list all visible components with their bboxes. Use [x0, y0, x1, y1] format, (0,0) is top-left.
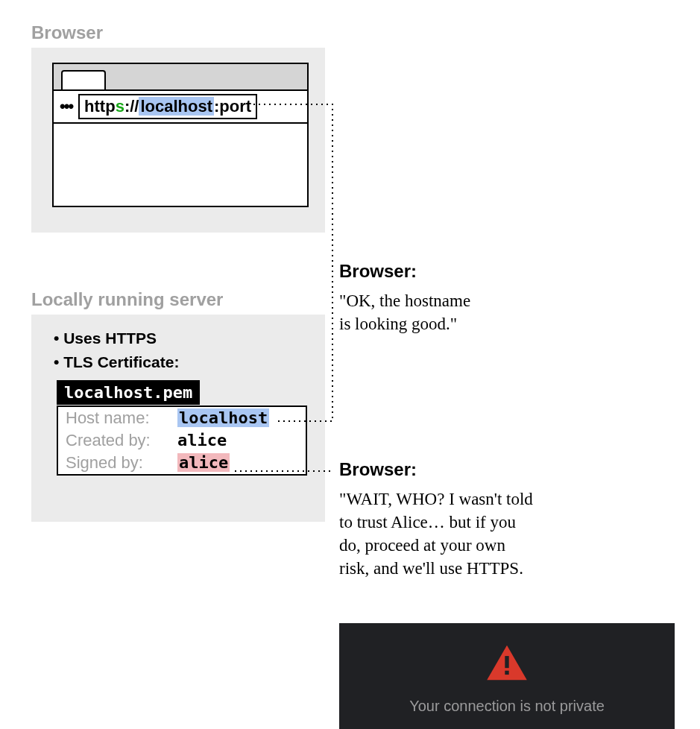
browser-viewport	[54, 124, 307, 206]
cert-label-host: Host name:	[66, 408, 177, 428]
cert-label-created: Created by:	[66, 431, 177, 450]
browser-section-label: Browser	[31, 22, 103, 43]
connection-warning-card: Your connection is not private	[339, 623, 675, 729]
browser-tab	[61, 70, 106, 89]
speech2-heading: Browser:	[339, 459, 417, 480]
cert-value-created: alice	[177, 431, 227, 449]
url-port: :port	[214, 97, 251, 116]
url-scheme-http: http	[84, 97, 116, 116]
browser-menu-dots: •••	[60, 97, 72, 116]
url-scheme-s: s	[116, 97, 124, 116]
browser-window: ••• https://localhost:port	[52, 63, 309, 207]
cert-value-host: localhost	[177, 408, 269, 427]
pem-file-tag: localhost.pem	[57, 380, 200, 405]
cert-row-created: Created by: alice	[58, 429, 306, 452]
speech2-body: "WAIT, WHO? I wasn't told to trust Alice…	[339, 487, 645, 580]
svg-rect-1	[505, 656, 508, 668]
cert-value-signed: alice	[177, 453, 230, 472]
url-box: https://localhost:port	[78, 94, 257, 119]
warning-triangle-icon	[485, 644, 529, 681]
cert-row-signed: Signed by: alice	[58, 452, 306, 474]
diagram-canvas: Browser ••• https://localhost:port Local…	[0, 0, 700, 729]
cert-label-signed: Signed by:	[66, 453, 177, 473]
server-bullet-1: Uses HTTPS	[54, 326, 179, 350]
server-bullets: Uses HTTPS TLS Certificate:	[54, 326, 179, 373]
url-separator: ://	[124, 97, 139, 116]
cert-row-host: Host name: localhost	[58, 407, 306, 429]
speech1-heading: Browser:	[339, 261, 417, 282]
server-section-label: Locally running server	[31, 289, 223, 310]
url-host: localhost	[139, 97, 214, 116]
svg-rect-2	[505, 671, 508, 675]
browser-urlrow: ••• https://localhost:port	[54, 91, 307, 124]
server-bullet-2: TLS Certificate:	[54, 350, 179, 374]
speech1-body: "OK, the hostname is looking good."	[339, 289, 578, 335]
connection-warning-text: Your connection is not private	[362, 698, 652, 715]
browser-tabstrip	[54, 64, 307, 91]
certificate-box: Host name: localhost Created by: alice S…	[57, 405, 307, 476]
